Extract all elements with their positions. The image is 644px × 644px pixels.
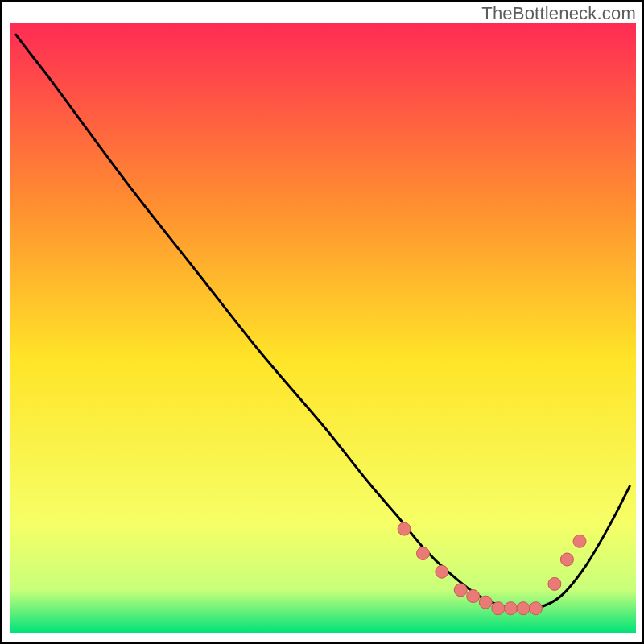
plot-svg [0, 0, 644, 644]
chart-stage: TheBottleneck.com [0, 0, 644, 644]
marker-point [436, 565, 448, 578]
marker-point [398, 522, 411, 535]
marker-point [454, 584, 467, 597]
marker-point [517, 602, 530, 615]
marker-point [560, 553, 573, 566]
marker-point [504, 602, 517, 615]
marker-point [548, 577, 561, 590]
marker-point [479, 596, 492, 609]
marker-point [467, 590, 480, 603]
marker-point [492, 602, 505, 615]
plot-background [10, 23, 636, 633]
marker-point [417, 547, 430, 560]
marker-point [530, 602, 543, 615]
marker-point [573, 535, 586, 547]
watermark-text: TheBottleneck.com [481, 3, 636, 24]
